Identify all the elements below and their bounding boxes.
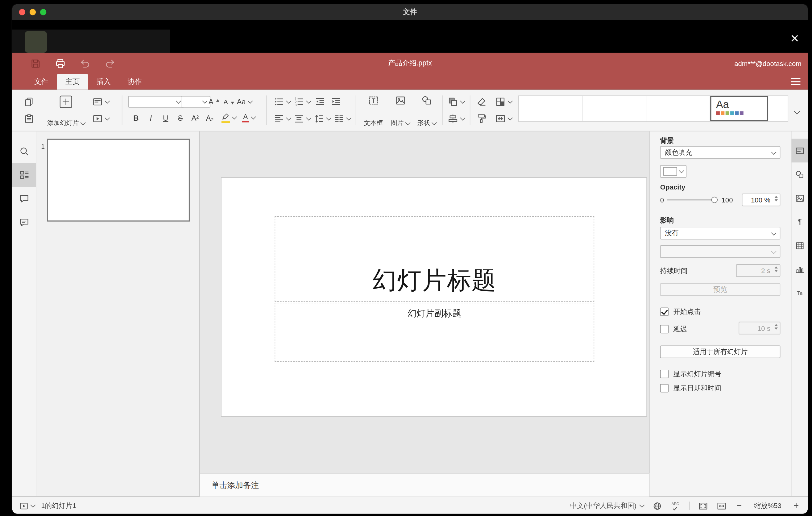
font-size-combo[interactable] <box>181 96 210 108</box>
font-color-button[interactable]: A <box>242 111 255 124</box>
slide-editor[interactable]: 幻灯片标题 幻灯片副标题 <box>221 177 647 417</box>
apply-to-all-button[interactable]: 适用于所有幻灯片 <box>660 345 781 358</box>
screen: 文件 ✕ 产品介绍.pptx adm***@dootask.com <box>0 0 812 516</box>
horizontal-align-button[interactable] <box>274 112 291 125</box>
superscript-button[interactable]: A² <box>190 112 201 124</box>
subscript-button[interactable]: A₂ <box>204 112 216 124</box>
align-shape-button[interactable] <box>448 112 465 125</box>
fill-color-button[interactable] <box>495 95 512 108</box>
decrement-font-button[interactable]: A <box>222 95 234 108</box>
strikeout-button[interactable]: S <box>175 112 186 124</box>
decrease-indent-button[interactable] <box>315 95 325 108</box>
line-spacing-button[interactable] <box>314 112 331 125</box>
opacity-slider[interactable] <box>667 199 718 200</box>
delay-checkbox[interactable] <box>660 325 669 333</box>
bold-button[interactable]: B <box>130 112 142 124</box>
increase-indent-button[interactable] <box>331 95 341 108</box>
highlight-color-button[interactable] <box>221 111 236 124</box>
close-icon[interactable]: ✕ <box>790 33 799 44</box>
background-fill-select[interactable]: 颜色填充 <box>660 146 781 159</box>
font-name-combo[interactable] <box>128 96 184 108</box>
add-slide-button[interactable]: 添加幻灯片 <box>42 94 89 129</box>
text-box-button[interactable]: T 文本框 <box>360 94 386 129</box>
opacity-slider-knob[interactable] <box>712 197 718 203</box>
letter-a: A <box>222 96 230 108</box>
opacity-max-label: 100 <box>721 196 733 204</box>
title-placeholder[interactable]: 幻灯片标题 <box>274 216 594 302</box>
arrange-shape-button[interactable] <box>448 95 465 108</box>
notes-area[interactable]: 单击添加备注 <box>200 473 649 496</box>
vertical-align-button[interactable] <box>294 112 311 125</box>
subtitle-placeholder[interactable]: 幻灯片副标题 <box>274 303 594 362</box>
bullets-button[interactable] <box>274 95 291 108</box>
background-color-select[interactable] <box>660 165 687 178</box>
italic-button[interactable]: I <box>145 112 157 124</box>
opacity-min-label: 0 <box>660 196 664 204</box>
theme-thumbnail[interactable] <box>646 96 710 121</box>
slide-layout-button[interactable] <box>92 95 109 108</box>
start-preview-button[interactable] <box>20 501 35 510</box>
fill-type-value: 颜色填充 <box>665 148 692 157</box>
slides-panel-button[interactable] <box>12 163 36 187</box>
menu-icon[interactable] <box>791 78 801 87</box>
copy-icon[interactable] <box>24 95 34 108</box>
transition-effect-select[interactable] <box>660 245 781 258</box>
zoom-out-button[interactable]: − <box>735 500 743 511</box>
start-slideshow-button[interactable] <box>92 112 109 125</box>
fit-width-button[interactable] <box>717 501 727 511</box>
theme-gallery-expand-button[interactable] <box>793 106 799 118</box>
underline-button[interactable]: U <box>160 112 172 124</box>
start-on-click-checkbox[interactable] <box>660 307 669 316</box>
show-date-checkbox[interactable] <box>660 384 669 392</box>
theme-thumbnail[interactable] <box>519 96 583 121</box>
slide-size-button[interactable] <box>495 112 512 125</box>
slide-settings-button[interactable] <box>791 139 808 162</box>
duration-spinner[interactable]: 2 s <box>736 264 781 277</box>
shape-settings-button[interactable] <box>791 162 808 186</box>
letter-a: A <box>207 96 215 108</box>
copy-style-button[interactable] <box>476 112 487 125</box>
preview-button[interactable]: 预览 <box>660 283 781 296</box>
document-language-button[interactable] <box>652 501 662 511</box>
change-case-button[interactable]: Aa <box>237 95 252 108</box>
theme-thumbnail[interactable] <box>583 96 647 121</box>
transition-select[interactable]: 没有 <box>660 227 781 239</box>
show-slide-number-checkbox[interactable] <box>660 370 669 378</box>
zoom-in-button[interactable]: + <box>792 500 800 511</box>
chevron-down-icon <box>431 120 437 125</box>
numbering-button[interactable]: 123 <box>294 95 311 108</box>
tab-home[interactable]: 主页 <box>57 74 88 89</box>
paste-icon[interactable] <box>24 112 34 125</box>
delay-value: 10 s <box>757 324 770 332</box>
paragraph-settings-button[interactable]: ¶ <box>791 210 808 234</box>
slide-thumbnail[interactable] <box>47 139 190 221</box>
opacity-label: Opacity <box>660 183 686 191</box>
tab-collaborate[interactable]: 协作 <box>119 74 150 89</box>
image-button[interactable]: 图片 <box>387 94 413 129</box>
delay-spinner[interactable]: 10 s <box>738 322 780 335</box>
slides-icon <box>19 169 29 180</box>
theme-thumbnail-selected[interactable]: Aa <box>710 96 768 121</box>
slide-counter: 1的幻灯片1 <box>41 501 76 511</box>
shape-button[interactable]: 形状 <box>414 94 439 129</box>
table-settings-button[interactable] <box>791 234 808 257</box>
language-selector[interactable]: 中文(中华人民共和国) <box>570 501 644 511</box>
chevron-down-icon <box>793 108 800 114</box>
image-settings-button[interactable] <box>791 186 808 210</box>
tab-file[interactable]: 文件 <box>26 74 57 89</box>
spellcheck-button[interactable]: ABC <box>671 501 680 511</box>
tab-insert[interactable]: 插入 <box>88 74 119 89</box>
theme-thumbnail[interactable] <box>768 96 788 121</box>
fit-slide-button[interactable] <box>698 501 708 511</box>
chart-settings-button[interactable] <box>791 257 808 281</box>
theme-gallery: Aa <box>518 95 788 122</box>
opacity-value-spinner[interactable]: 100 % <box>742 194 781 206</box>
comments-panel-button[interactable] <box>12 187 36 210</box>
svg-text:T: T <box>372 97 375 104</box>
chat-panel-button[interactable] <box>12 210 36 234</box>
increment-font-button[interactable]: A <box>207 95 219 108</box>
textart-settings-button[interactable]: Ta <box>791 281 808 305</box>
columns-button[interactable] <box>334 112 351 125</box>
search-panel-button[interactable] <box>12 139 36 163</box>
clear-style-button[interactable] <box>476 95 487 108</box>
